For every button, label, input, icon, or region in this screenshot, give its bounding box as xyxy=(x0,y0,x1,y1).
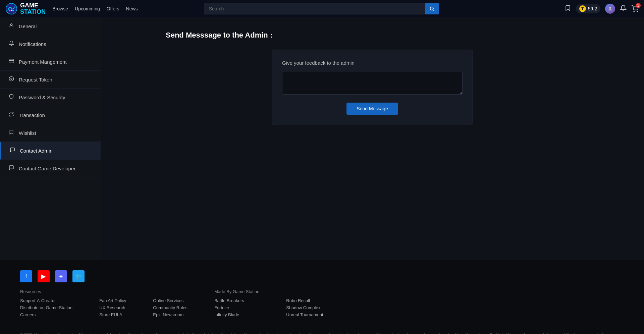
nav-upcomming[interactable]: Upcomming xyxy=(75,6,100,11)
svg-point-14 xyxy=(11,78,12,79)
sidebar-item-general[interactable]: General xyxy=(0,17,101,35)
nav-news[interactable]: News xyxy=(126,6,138,11)
main-content: General Notifications Payment Mangement xyxy=(0,17,644,260)
made-by-title: Made By Game Station xyxy=(214,289,259,294)
search-button[interactable] xyxy=(425,3,439,14)
svg-point-8 xyxy=(634,11,634,12)
footer-links-row: Resources Support-A-Creator Distribute o… xyxy=(20,289,624,319)
facebook-icon[interactable]: f xyxy=(20,270,32,282)
message-label: Give your feedback to the admin xyxy=(282,60,463,66)
general-icon xyxy=(8,23,15,30)
social-icons: f ▶ ⊕ 🐦 xyxy=(20,270,624,282)
message-input[interactable] xyxy=(282,71,463,95)
sidebar-item-payment[interactable]: Payment Mangement xyxy=(0,53,101,71)
svg-point-1 xyxy=(9,10,10,11)
footer-divider xyxy=(20,326,624,326)
notification-bell-icon[interactable] xyxy=(620,5,627,13)
footer-link-store-eula[interactable]: Store EULA xyxy=(99,312,126,317)
search-icon xyxy=(429,6,435,11)
sidebar-item-request-token-label: Request Token xyxy=(19,77,52,82)
logo-icon xyxy=(5,3,17,15)
contact-developer-icon xyxy=(8,165,15,172)
svg-point-7 xyxy=(609,7,611,9)
sidebar-item-notifications[interactable]: Notifications xyxy=(0,35,101,53)
bookmark-icon[interactable] xyxy=(565,5,571,13)
sidebar-item-contact-developer[interactable]: Contact Game Developer xyxy=(0,160,101,177)
svg-point-2 xyxy=(12,10,14,11)
wishlist-icon xyxy=(8,129,15,136)
footer-made-by-col1: Made By Game Station Battle Breakers For… xyxy=(214,289,259,319)
page-title: Send Messsage to the Admin : xyxy=(166,31,272,40)
svg-point-13 xyxy=(9,76,13,81)
nav-browse[interactable]: Browse xyxy=(52,6,68,11)
footer-link-unreal-tournament[interactable]: Unreal Tournament xyxy=(286,312,323,317)
navbar: GAME STATION Browse Upcomming Offers New… xyxy=(0,0,644,17)
svg-rect-4 xyxy=(11,10,12,11)
logo[interactable]: GAME STATION xyxy=(5,2,46,15)
sidebar-item-password-security-label: Password & Security xyxy=(19,95,65,100)
sidebar-item-notifications-label: Notifications xyxy=(19,41,46,47)
content-area: Send Messsage to the Admin : Give your f… xyxy=(101,17,644,260)
footer-link-online-services[interactable]: Online Services xyxy=(153,298,187,303)
svg-point-5 xyxy=(430,7,433,10)
request-token-icon xyxy=(8,76,15,83)
footer-resources-col2: Fan Art Policy UX Research Store EULA xyxy=(99,289,126,319)
footer-link-careers[interactable]: Careers xyxy=(20,312,72,317)
sidebar-item-transaction[interactable]: Transaction xyxy=(0,106,101,124)
message-card: Give your feedback to the admin Send Mes… xyxy=(272,50,473,125)
footer-resources-col3: Online Services Community Rules Epic New… xyxy=(153,289,187,319)
svg-rect-11 xyxy=(9,59,14,63)
footer-link-community-rules[interactable]: Community Rules xyxy=(153,305,187,310)
sidebar-item-contact-admin[interactable]: Contact Admin xyxy=(0,142,101,160)
footer-link-support[interactable]: Support-A-Creator xyxy=(20,298,72,303)
sidebar-item-payment-label: Payment Mangement xyxy=(19,59,67,65)
footer-link-fortnite[interactable]: Fortnite xyxy=(214,305,259,310)
footer-link-ux-research[interactable]: UX Research xyxy=(99,305,126,310)
sidebar: General Notifications Payment Mangement xyxy=(0,17,101,260)
sidebar-item-wishlist[interactable]: Wishlist xyxy=(0,124,101,142)
footer-link-fan-art[interactable]: Fan Art Policy xyxy=(99,298,126,303)
contact-admin-icon xyxy=(9,147,16,154)
coin-badge[interactable]: T 59.2 xyxy=(576,4,600,13)
sidebar-item-transaction-label: Transaction xyxy=(19,112,45,118)
youtube-icon[interactable]: ▶ xyxy=(38,270,50,282)
discord-icon[interactable]: ⊕ xyxy=(55,270,67,282)
send-message-button[interactable]: Send Message xyxy=(346,103,398,115)
transaction-icon xyxy=(8,112,15,118)
footer-link-distribute[interactable]: Distribute on Game Station xyxy=(20,305,72,310)
password-security-icon xyxy=(8,94,15,101)
notifications-icon xyxy=(8,41,15,47)
footer-resources-col1: Resources Support-A-Creator Distribute o… xyxy=(20,289,72,319)
svg-line-6 xyxy=(433,10,434,11)
sidebar-item-password-security[interactable]: Password & Security xyxy=(0,89,101,106)
made-by-col2-spacer xyxy=(286,289,323,294)
logo-game-text: GAME xyxy=(20,2,38,9)
nav-links: Browse Upcomming Offers News xyxy=(52,6,138,11)
footer-copyright: © 2022, Game Station Games, Inc. All rig… xyxy=(20,332,624,334)
nav-offers[interactable]: Offers xyxy=(107,6,119,11)
cart-count: 1 xyxy=(636,3,641,8)
sidebar-item-request-token[interactable]: Request Token xyxy=(0,71,101,89)
sidebar-item-contact-developer-label: Contact Game Developer xyxy=(19,166,75,171)
resources-col2-spacer xyxy=(99,289,126,294)
search-area xyxy=(204,3,439,14)
avatar[interactable] xyxy=(605,4,615,14)
sidebar-item-contact-admin-label: Contact Admin xyxy=(20,148,53,154)
coin-icon: T xyxy=(579,5,586,12)
cart-icon[interactable]: 1 xyxy=(631,5,639,12)
nav-icons: T 59.2 1 xyxy=(565,4,639,14)
resources-col3-spacer xyxy=(153,289,187,294)
footer-link-shadow-complex[interactable]: Shadow Complex xyxy=(286,305,323,310)
footer-link-epic-newsroom[interactable]: Epic Newsroom xyxy=(153,312,187,317)
footer-made-by-col2: Robo Recall Shadow Complex Unreal Tourna… xyxy=(286,289,323,319)
resources-title: Resources xyxy=(20,289,72,294)
coin-amount: 59.2 xyxy=(588,6,597,11)
footer-link-infinity-blade[interactable]: Infinity Blade xyxy=(214,312,259,317)
search-input[interactable] xyxy=(204,3,425,14)
footer-link-robo-recall[interactable]: Robo Recall xyxy=(286,298,323,303)
svg-point-9 xyxy=(637,11,638,12)
footer: f ▶ ⊕ 🐦 Resources Support-A-Creator Dist… xyxy=(0,260,644,334)
logo-station-text: STATION xyxy=(20,8,46,15)
twitter-icon[interactable]: 🐦 xyxy=(72,270,85,282)
footer-link-battle-breakers[interactable]: Battle Breakers xyxy=(214,298,259,303)
